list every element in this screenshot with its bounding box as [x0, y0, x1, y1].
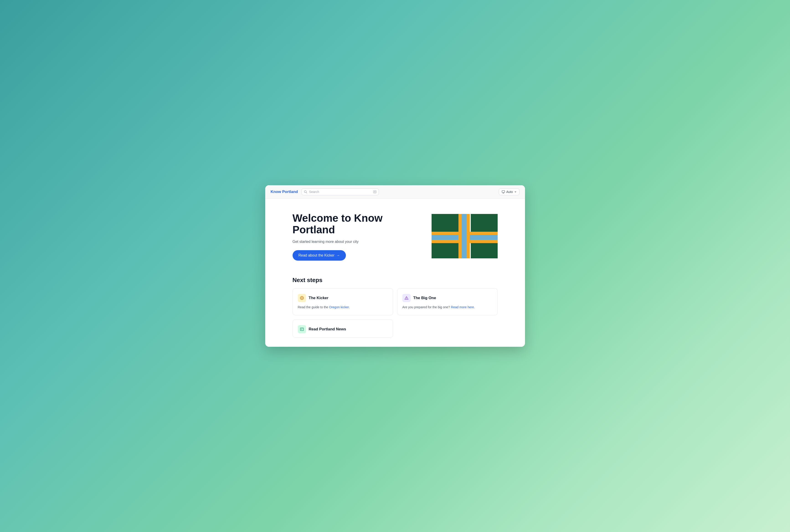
svg-rect-9	[471, 214, 497, 232]
auto-mode-button[interactable]: Auto	[499, 188, 520, 195]
svg-rect-8	[432, 214, 458, 232]
svg-rect-14	[471, 243, 497, 259]
svg-rect-5	[502, 191, 505, 193]
hero-title: Welcome to Know Portland	[293, 212, 388, 235]
card-kicker-header: The Kicker	[298, 294, 388, 302]
cta-arrow: →	[336, 253, 340, 258]
monitor-icon	[502, 190, 505, 193]
cta-label: Read about the Kicker	[299, 253, 335, 258]
portland-news-icon	[298, 325, 306, 333]
card-kicker-desc: Read the guide to the Oregon kicker.	[298, 305, 388, 310]
search-icon	[304, 190, 307, 193]
card-portland-news: Read Portland News	[293, 319, 393, 338]
card-kicker-title: The Kicker	[309, 296, 328, 300]
navbar: Know Portland	[265, 185, 525, 199]
brand-logo[interactable]: Know Portland	[271, 190, 298, 194]
chevron-down-icon	[514, 191, 516, 193]
app-window: Know Portland	[265, 185, 525, 346]
svg-rect-27	[300, 328, 303, 330]
next-steps-title: Next steps	[293, 277, 497, 284]
card-big-one-header: The Big One	[402, 294, 492, 302]
search-clear-icon	[373, 190, 376, 193]
svg-point-26	[406, 299, 407, 299]
portland-flag	[432, 214, 497, 259]
svg-line-1	[306, 192, 307, 193]
read-kicker-button[interactable]: Read about the Kicker →	[293, 250, 346, 261]
card-big-one-title: The Big One	[413, 296, 436, 300]
big-one-icon	[402, 294, 411, 302]
svg-rect-13	[432, 243, 458, 259]
auto-mode-label: Auto	[506, 190, 513, 194]
oregon-kicker-link[interactable]: Oregon kicker	[329, 305, 349, 309]
search-input[interactable]	[309, 190, 372, 194]
card-big-one: The Big One Are you prepared for the big…	[397, 288, 497, 315]
card-kicker: The Kicker Read the guide to the Oregon …	[293, 288, 393, 315]
cards-grid: The Kicker Read the guide to the Oregon …	[293, 288, 497, 338]
hero-text: Welcome to Know Portland Get started lea…	[293, 212, 388, 261]
hero-section: Welcome to Know Portland Get started lea…	[293, 212, 497, 261]
card-big-one-desc: Are you prepared for the big one? Read m…	[402, 305, 492, 310]
search-bar-container	[301, 188, 379, 195]
card-portland-news-title: Read Portland News	[309, 327, 346, 331]
hero-subtitle: Get started learning more about your cit…	[293, 240, 388, 244]
read-more-link[interactable]: Read more here	[451, 305, 474, 309]
kicker-icon	[298, 294, 306, 302]
next-steps-section: Next steps	[293, 277, 497, 338]
card-portland-news-header: Read Portland News	[298, 325, 388, 333]
main-content: Welcome to Know Portland Get started lea…	[265, 199, 525, 346]
svg-point-20	[301, 297, 303, 299]
